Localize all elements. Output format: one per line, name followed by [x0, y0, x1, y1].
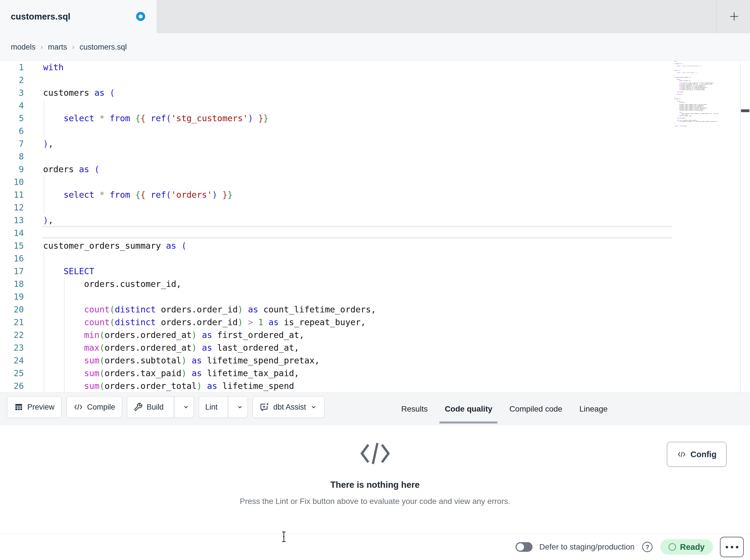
compile-label: Compile — [87, 403, 115, 412]
ready-status-badge: Ready — [660, 539, 713, 555]
line-content: orders.customer_id, — [43, 277, 181, 290]
code-line-10[interactable]: 10 — [0, 175, 750, 188]
dbt-assist-button[interactable]: dbt Assist — [253, 396, 325, 418]
code-editor[interactable]: 1with23customers as (45 select * from {{… — [0, 61, 750, 392]
code-line-19[interactable]: 19 — [0, 290, 750, 303]
line-number: 12 — [0, 201, 24, 214]
split-divider — [174, 397, 174, 417]
code-line-5[interactable]: 5 select * from {{ ref('stg_customers') … — [0, 112, 750, 125]
tabbar-divider — [716, 0, 716, 33]
dbt-assist-label: dbt Assist — [273, 403, 306, 412]
line-number: 6 — [0, 125, 24, 138]
editor-toolbar: Preview Compile Build — [0, 392, 750, 426]
table-icon — [14, 402, 23, 412]
code-line-23[interactable]: 23 max(orders.ordered_at) as last_ordere… — [0, 341, 750, 354]
status-bar: Defer to staging/production ? Ready — [0, 534, 750, 560]
code-line-13[interactable]: 13), — [0, 214, 750, 227]
line-number: 22 — [0, 329, 24, 341]
new-tab-button[interactable] — [728, 10, 741, 23]
code-line-21[interactable]: 21 count(distinct orders.order_id) > 1 a… — [0, 316, 750, 329]
line-number: 4 — [0, 99, 24, 112]
code-line-1[interactable]: 1with — [0, 61, 750, 74]
code-line-17[interactable]: 17 SELECT — [0, 265, 750, 277]
code-line-12[interactable]: 12 — [0, 201, 750, 214]
dot-icon — [736, 546, 738, 548]
minimap[interactable]: withcustomers as ( select * from {{ ref(… — [674, 61, 738, 127]
code-line-3[interactable]: 3customers as ( — [0, 86, 750, 99]
line-content: with — [43, 61, 63, 74]
preview-button[interactable]: Preview — [7, 396, 61, 418]
more-options-button[interactable] — [720, 537, 744, 557]
compile-button[interactable]: Compile — [66, 396, 122, 418]
defer-toggle[interactable] — [515, 542, 533, 552]
breadcrumb-separator: › — [72, 43, 75, 51]
line-content: count(distinct orders.order_id) as count… — [43, 303, 376, 316]
line-number: 3 — [0, 86, 24, 99]
code-line-20[interactable]: 20 count(distinct orders.order_id) as co… — [0, 303, 750, 316]
breadcrumb-separator: › — [41, 43, 43, 51]
code-line-8[interactable]: 8 — [0, 150, 750, 163]
build-dropdown-button[interactable] — [178, 397, 194, 417]
code-line-6[interactable]: 6 — [0, 125, 750, 138]
code-line-7[interactable]: 7), — [0, 138, 750, 150]
chevron-down-icon — [236, 403, 243, 411]
line-content: max(orders.ordered_at) as last_ordered_a… — [43, 341, 299, 354]
line-number: 14 — [0, 227, 24, 240]
line-number: 19 — [0, 290, 24, 303]
lint-dropdown-button[interactable] — [232, 397, 248, 417]
line-content: SELECT — [43, 265, 94, 277]
chevron-down-icon — [182, 403, 190, 411]
build-split-button: Build — [127, 396, 194, 418]
line-number: 26 — [0, 379, 24, 392]
line-number: 10 — [0, 175, 24, 188]
line-content: customer_orders_summary as ( — [43, 240, 186, 252]
code-line-16[interactable]: 16 — [0, 252, 750, 265]
tab-title: customers.sql — [11, 12, 70, 22]
tab-code-quality[interactable]: Code quality — [436, 393, 501, 426]
line-content: ), — [43, 138, 53, 150]
lint-button[interactable]: Lint — [199, 397, 224, 417]
help-icon[interactable]: ? — [642, 541, 653, 553]
line-number: 23 — [0, 341, 24, 354]
line-number: 15 — [0, 240, 24, 252]
code-line-22[interactable]: 22 min(orders.ordered_at) as first_order… — [0, 329, 750, 341]
config-label: Config — [690, 450, 716, 459]
scrollbar-thumb[interactable] — [741, 109, 749, 112]
wrench-icon — [134, 402, 143, 412]
tab-results[interactable]: Results — [393, 393, 436, 426]
config-button[interactable]: Config — [667, 442, 727, 467]
line-number: 1 — [0, 61, 24, 74]
line-content: sum(orders.subtotal) as lifetime_spend_p… — [43, 354, 320, 367]
code-line-4[interactable]: 4 — [0, 99, 750, 112]
code-line-18[interactable]: 18 orders.customer_id, — [0, 277, 750, 290]
build-label: Build — [146, 403, 164, 412]
svg-text:?: ? — [645, 544, 649, 551]
code-line-2[interactable]: 2 — [0, 74, 750, 86]
code-line-26[interactable]: 26 sum(orders.order_total) as lifetime_s… — [0, 379, 750, 392]
code-line-9[interactable]: 9orders as ( — [0, 163, 750, 175]
breadcrumb-item-customers-sql[interactable]: customers.sql — [80, 43, 127, 51]
empty-state-message: Press the Lint or Fix button above to ev… — [0, 497, 750, 506]
toggle-knob — [517, 543, 524, 551]
code-line-14[interactable]: 14 — [0, 227, 750, 240]
tab-lineage-label: Lineage — [579, 405, 608, 414]
code-line-25[interactable]: 25 sum(orders.tax_paid) as lifetime_tax_… — [0, 367, 750, 379]
tab-customers-sql[interactable]: customers.sql — [0, 0, 157, 34]
line-content: sum(orders.order_total) as lifetime_spen… — [43, 379, 294, 392]
code-brackets-icon — [677, 450, 687, 459]
code-line-11[interactable]: 11 select * from {{ ref('orders') }} — [0, 188, 750, 201]
tab-lineage[interactable]: Lineage — [571, 393, 616, 426]
line-number: 24 — [0, 354, 24, 367]
breadcrumb-item-models[interactable]: models — [11, 43, 36, 51]
line-number: 7 — [0, 138, 24, 150]
line-content: min(orders.ordered_at) as first_ordered_… — [43, 329, 304, 341]
tab-compiled-code[interactable]: Compiled code — [501, 393, 571, 426]
build-button[interactable]: Build — [127, 397, 170, 417]
breadcrumb-item-marts[interactable]: marts — [48, 43, 67, 51]
line-number: 21 — [0, 316, 24, 329]
ready-label: Ready — [680, 542, 705, 552]
code-line-24[interactable]: 24 sum(orders.subtotal) as lifetime_spen… — [0, 354, 750, 367]
dot-icon — [726, 546, 728, 548]
line-number: 25 — [0, 367, 24, 379]
code-line-15[interactable]: 15customer_orders_summary as ( — [0, 240, 750, 252]
